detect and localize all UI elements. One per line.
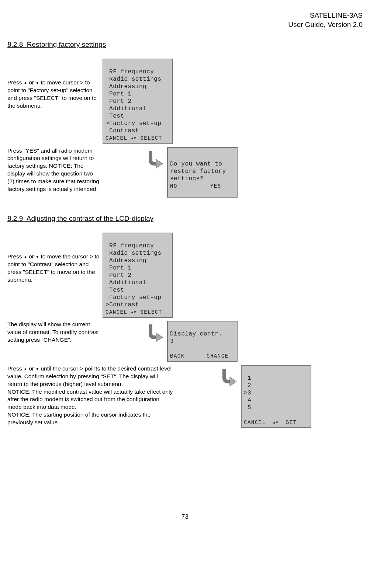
row-829-1: Press ▲ or ▼ to move the cursor > to poi… xyxy=(7,233,363,318)
up-icon: ▲ xyxy=(24,367,27,371)
lcd-footer: CANCEL ▲▼ SET xyxy=(244,420,308,426)
up-down-icon: ▲▼ xyxy=(273,421,279,425)
lcd-lines: RF frequency Radio settings Addressing P… xyxy=(106,69,162,134)
guide-version: User Guide, Version 2.0 xyxy=(7,20,363,29)
cancel-label: CANCEL xyxy=(244,420,266,425)
instruction-828-1: Press ▲ or ▼ to move cursor > to point t… xyxy=(7,59,103,110)
lcd-lines: Display contr. 3 xyxy=(170,331,222,352)
section-title: Adjusting the contrast of the LCD-displa… xyxy=(27,215,153,222)
down-icon: ▼ xyxy=(35,81,39,85)
section-num: 8.2.8 xyxy=(7,41,23,48)
lcd-contrast-value: Display contr. 3 BACK CHANGE xyxy=(167,321,238,362)
page-header: SATELLINE-3AS User Guide, Version 2.0 xyxy=(7,11,363,29)
row-829-2: The display will show the current value … xyxy=(7,321,363,362)
cancel-label: CANCEL xyxy=(106,135,127,141)
row-829-3: Press ▲ or ▼ until the cursor > points t… xyxy=(7,365,363,428)
up-down-icon: ▲▼ xyxy=(131,136,136,140)
arrow-828 xyxy=(141,147,167,171)
arrow-829-2 xyxy=(215,365,241,389)
lcd-footer: BACK CHANGE xyxy=(170,353,235,360)
lcd-main-menu-829: RF frequency Radio settings Addressing P… xyxy=(103,233,173,318)
instruction-829-3: Press ▲ or ▼ until the cursor > points t… xyxy=(7,365,176,427)
down-icon: ▼ xyxy=(35,367,39,371)
up-down-icon: ▲▼ xyxy=(131,310,136,314)
section-heading-829: 8.2.9 Adjusting the contrast of the LCD-… xyxy=(7,214,363,223)
set-label: SET xyxy=(286,420,297,425)
section-title: Restoring factory settings xyxy=(27,41,106,48)
up-icon: ▲ xyxy=(24,255,27,259)
section-heading-828: 8.2.8 Restoring factory settings xyxy=(7,40,363,49)
lcd-lines: Do you want to restore factory settings? xyxy=(170,161,226,182)
instruction-829-2: The display will show the current value … xyxy=(7,321,103,344)
down-icon: ▼ xyxy=(35,255,39,259)
yes-label: YES xyxy=(210,183,221,189)
select-label: SELECT xyxy=(140,309,162,315)
product-name: SATELLINE-3AS xyxy=(7,11,363,20)
notice-label: NOTICE: xyxy=(7,411,31,418)
instruction-829-1: Press ▲ or ▼ to move the cursor > to poi… xyxy=(7,233,103,284)
row-828-1: Press ▲ or ▼ to move cursor > to point t… xyxy=(7,59,363,144)
instruction-828-2: Press "YES" and all radio modem configur… xyxy=(7,147,103,194)
no-label: NO xyxy=(170,183,177,189)
lcd-lines: 1 2 >3 4 5 xyxy=(244,375,251,418)
lcd-lines: RF frequency Radio settings Addressing P… xyxy=(106,243,162,308)
lcd-main-menu-828: RF frequency Radio settings Addressing P… xyxy=(103,59,173,144)
select-label: SELECT xyxy=(140,135,162,141)
cancel-label: CANCEL xyxy=(106,309,127,315)
notice-label: NOTICE: xyxy=(7,389,31,395)
arrow-829-1 xyxy=(141,321,167,345)
lcd-footer: CANCEL ▲▼ SELECT xyxy=(106,309,170,316)
lcd-footer: NO YES xyxy=(170,183,235,190)
row-828-2: Press "YES" and all radio modem configur… xyxy=(7,147,363,198)
section-num: 8.2.9 xyxy=(7,215,23,222)
lcd-footer: CANCEL ▲▼ SELECT xyxy=(106,135,170,142)
lcd-confirm-828: Do you want to restore factory settings?… xyxy=(167,147,238,198)
page-number: 73 xyxy=(7,513,363,521)
back-label: BACK xyxy=(170,353,185,359)
notice-label: NOTICE: xyxy=(49,163,72,169)
change-label: CHANGE xyxy=(207,353,228,359)
up-icon: ▲ xyxy=(24,81,27,85)
lcd-contrast-list: 1 2 >3 4 5 CANCEL ▲▼ SET xyxy=(241,365,311,428)
